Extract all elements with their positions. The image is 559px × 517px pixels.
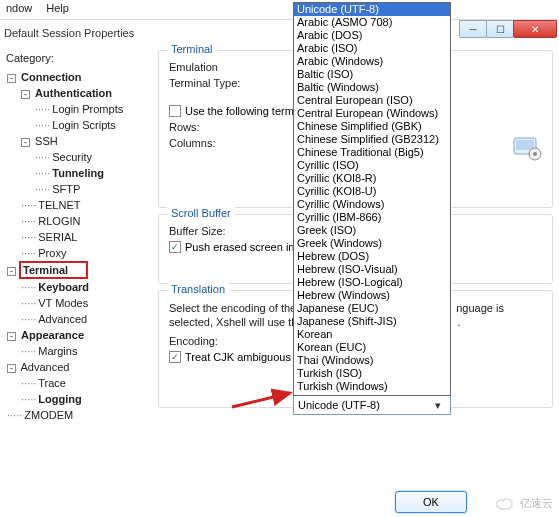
buffer-size-label: Buffer Size: — [169, 225, 259, 237]
encoding-option[interactable]: Central European (Windows) — [294, 107, 450, 120]
tree-appearance[interactable]: Appearance — [21, 329, 84, 341]
encoding-option[interactable]: Korean — [294, 328, 450, 341]
tree-rlogin[interactable]: RLOGIN — [38, 215, 80, 227]
encoding-option[interactable]: Chinese Traditional (Big5) — [294, 146, 450, 159]
encoding-dropdown[interactable]: Unicode (UTF-8) ▾ — [293, 395, 451, 415]
encoding-option[interactable]: Cyrillic (KOI8-R) — [294, 172, 450, 185]
tree-login-prompts[interactable]: Login Prompts — [52, 103, 123, 115]
encoding-option[interactable]: Unicode (UTF-8) — [294, 3, 450, 16]
menu-help[interactable]: Help — [46, 2, 69, 17]
category-tree[interactable]: - Connection - Authentication ·····Login… — [6, 68, 150, 488]
rows-label: Rows: — [169, 121, 259, 133]
encoding-option[interactable]: Turkish (ISO) — [294, 367, 450, 380]
encoding-option[interactable]: Cyrillic (ISO) — [294, 159, 450, 172]
encoding-option[interactable]: Chinese Simplified (GB2312) — [294, 133, 450, 146]
svg-point-3 — [533, 152, 537, 156]
titlebar: Default Session Properties ─ ☐ ✕ — [0, 20, 559, 46]
menubar: ndow Help — [0, 0, 559, 20]
tree-security[interactable]: Security — [52, 151, 92, 163]
encoding-option[interactable]: Arabic (DOS) — [294, 29, 450, 42]
columns-label: Columns: — [169, 137, 259, 149]
group-scroll-title: Scroll Buffer — [167, 207, 235, 219]
watermark: 亿速云 — [494, 496, 553, 511]
group-translation-title: Translation — [167, 283, 229, 295]
encoding-option[interactable]: Japanese (Shift-JIS) — [294, 315, 450, 328]
encoding-selected-value: Unicode (UTF-8) — [298, 399, 380, 411]
encoding-option[interactable]: Greek (ISO) — [294, 224, 450, 237]
svg-rect-1 — [516, 140, 534, 150]
push-erased-checkbox[interactable] — [169, 241, 181, 253]
tree-connection[interactable]: Connection — [21, 71, 82, 83]
encoding-option[interactable]: Cyrillic (IBM-866) — [294, 211, 450, 224]
tree-login-scripts[interactable]: Login Scripts — [52, 119, 116, 131]
tree-proxy[interactable]: Proxy — [38, 247, 66, 259]
emulation-label: Emulation — [169, 61, 259, 73]
tree-advanced[interactable]: Advanced — [20, 361, 69, 373]
tree-tunneling[interactable]: Tunneling — [52, 167, 104, 179]
encoding-option[interactable]: Cyrillic (Windows) — [294, 198, 450, 211]
tree-keyboard[interactable]: Keyboard — [38, 281, 89, 293]
encoding-option[interactable]: Chinese Simplified (GBK) — [294, 120, 450, 133]
encoding-option[interactable]: Hebrew (ISO-Logical) — [294, 276, 450, 289]
minimize-button[interactable]: ─ — [459, 20, 487, 38]
encoding-option[interactable]: Arabic (Windows) — [294, 55, 450, 68]
encoding-option[interactable]: Japanese (EUC) — [294, 302, 450, 315]
maximize-button[interactable]: ☐ — [486, 20, 514, 38]
menu-window[interactable]: ndow — [6, 2, 32, 17]
tree-serial[interactable]: SERIAL — [38, 231, 77, 243]
window-title: Default Session Properties — [4, 27, 134, 39]
chevron-down-icon: ▾ — [430, 399, 446, 412]
tree-zmodem[interactable]: ZMODEM — [24, 409, 73, 421]
encoding-option[interactable]: Cyrillic (KOI8-U) — [294, 185, 450, 198]
use-following-label: Use the following term — [185, 105, 294, 117]
window-controls: ─ ☐ ✕ — [460, 20, 557, 38]
encoding-option[interactable]: Hebrew (ISO-Visual) — [294, 263, 450, 276]
encoding-option[interactable]: Hebrew (DOS) — [294, 250, 450, 263]
terminal-type-label: Terminal Type: — [169, 77, 259, 89]
encoding-option[interactable]: Arabic (ISO) — [294, 42, 450, 55]
encoding-option[interactable]: Central European (ISO) — [294, 94, 450, 107]
tree-logging[interactable]: Logging — [38, 393, 81, 405]
tree-sftp[interactable]: SFTP — [52, 183, 80, 195]
encoding-option[interactable]: Greek (Windows) — [294, 237, 450, 250]
tree-vt-modes[interactable]: VT Modes — [38, 297, 88, 309]
tree-authentication[interactable]: Authentication — [35, 87, 112, 99]
push-erased-label: Push erased screen int — [185, 241, 298, 253]
tree-telnet[interactable]: TELNET — [38, 199, 80, 211]
tree-terminal[interactable]: Terminal — [23, 264, 68, 276]
encoding-option[interactable]: Thai (Windows) — [294, 354, 450, 367]
encoding-option[interactable]: Hebrew (Windows) — [294, 289, 450, 302]
tree-ssh[interactable]: SSH — [35, 135, 58, 147]
encoding-option[interactable]: Baltic (Windows) — [294, 81, 450, 94]
ok-button[interactable]: OK — [395, 491, 467, 513]
encoding-option[interactable]: Arabic (ASMO 708) — [294, 16, 450, 29]
close-button[interactable]: ✕ — [513, 20, 557, 38]
encoding-option[interactable]: Baltic (ISO) — [294, 68, 450, 81]
encoding-label: Encoding: — [169, 335, 259, 347]
tree-advanced-terminal[interactable]: Advanced — [38, 313, 87, 325]
tree-margins[interactable]: Margins — [38, 345, 77, 357]
treat-cjk-checkbox[interactable] — [169, 351, 181, 363]
category-label: Category: — [6, 52, 150, 64]
use-following-checkbox[interactable] — [169, 105, 181, 117]
encoding-option[interactable]: Turkish (Windows) — [294, 380, 450, 393]
encoding-option[interactable]: Korean (EUC) — [294, 341, 450, 354]
tree-trace[interactable]: Trace — [38, 377, 66, 389]
group-terminal-title: Terminal — [167, 43, 217, 55]
terminal-category-icon — [511, 132, 543, 164]
encoding-dropdown-list[interactable]: Unicode (UTF-8)Arabic (ASMO 708)Arabic (… — [293, 2, 451, 396]
